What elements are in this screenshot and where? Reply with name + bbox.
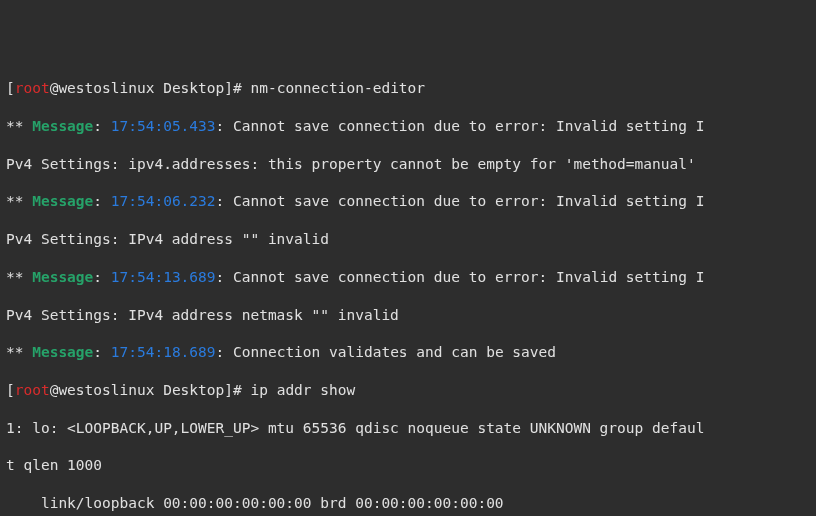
bracket-open: [ (6, 80, 15, 96)
timestamp-2: 17:54:06.232 (111, 193, 216, 209)
prompt-line-2: [root@westoslinux Desktop]# ip addr show (6, 381, 810, 400)
message-line-3a: ** Message: 17:54:13.689: Cannot save co… (6, 268, 810, 287)
message-line-1b: Pv4 Settings: ipv4.addresses: this prope… (6, 155, 810, 174)
ip-output: link/loopback 00:00:00:00:00:00 brd 00:0… (6, 494, 810, 513)
message-line-1a: ** Message: 17:54:05.433: Cannot save co… (6, 117, 810, 136)
timestamp-3: 17:54:13.689 (111, 269, 216, 285)
message-label: Message (32, 193, 93, 209)
message-line-4: ** Message: 17:54:18.689: Connection val… (6, 343, 810, 362)
command-ip-addr-show: ip addr show (250, 382, 355, 398)
prompt-user: root (15, 80, 50, 96)
message-label: Message (32, 118, 93, 134)
message-line-3b: Pv4 Settings: IPv4 address netmask "" in… (6, 306, 810, 325)
timestamp-4: 17:54:18.689 (111, 344, 216, 360)
message-label: Message (32, 269, 93, 285)
prompt-path: Desktop (163, 80, 224, 96)
message-label: Message (32, 344, 93, 360)
prompt-sign: # (233, 80, 250, 96)
prompt-host: westoslinux (58, 80, 154, 96)
prompt-line-1: [root@westoslinux Desktop]# nm-connectio… (6, 79, 810, 98)
ip-output: t qlen 1000 (6, 456, 810, 475)
timestamp-1: 17:54:05.433 (111, 118, 216, 134)
message-line-2b: Pv4 Settings: IPv4 address "" invalid (6, 230, 810, 249)
ip-output: 1: lo: <LOOPBACK,UP,LOWER_UP> mtu 65536 … (6, 419, 810, 438)
bracket-close: ] (224, 80, 233, 96)
command-nm-connection-editor: nm-connection-editor (250, 80, 425, 96)
message-line-2a: ** Message: 17:54:06.232: Cannot save co… (6, 192, 810, 211)
